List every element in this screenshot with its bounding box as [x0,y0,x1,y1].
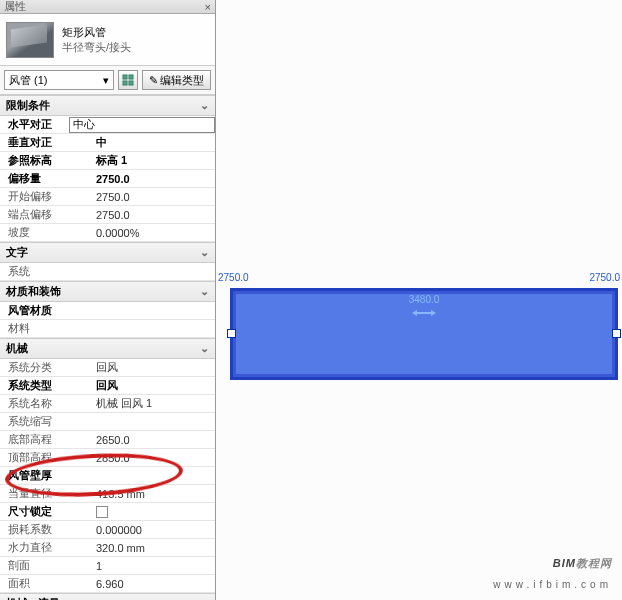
section-mech-flow[interactable]: 机械 - 流量⌄ [0,593,215,600]
edit-type-label: 编辑类型 [160,73,204,88]
dim-arrow-icon[interactable] [412,310,436,316]
row-offset[interactable]: 偏移量2750.0 [0,170,215,188]
row-sys-abbr[interactable]: 系统缩写 [0,413,215,431]
panel-header: 属性 × [0,0,215,14]
section-material[interactable]: 材质和装饰⌄ [0,281,215,302]
h-just-input[interactable] [69,117,215,133]
row-duct-wall[interactable]: 风管壁厚 [0,467,215,485]
watermark-url: www.ifbim.com [493,579,612,590]
dim-width[interactable]: 3480.0 [409,294,440,305]
properties-scroll[interactable]: 限制条件⌄ 水平对正 垂直对正中 参照标高标高 1 偏移量2750.0 开始偏移… [0,95,215,600]
row-v-just[interactable]: 垂直对正中 [0,134,215,152]
element-thumbnail [6,22,54,58]
row-size-lock[interactable]: 尺寸锁定 [0,503,215,521]
drawing-canvas[interactable]: 2750.0 2750.0 3480.0 BIM教程网 www.ifbim.co… [216,0,622,600]
close-icon[interactable]: × [205,1,211,13]
expand-icon: ⌄ [200,342,209,355]
row-sys-class[interactable]: 系统分类回风 [0,359,215,377]
row-slope[interactable]: 坡度0.0000% [0,224,215,242]
expand-icon: ⌄ [200,285,209,298]
svg-rect-3 [129,81,133,85]
row-material[interactable]: 材料 [0,320,215,338]
row-hyd-dia[interactable]: 水力直径320.0 mm [0,539,215,557]
row-area[interactable]: 面积6.960 [0,575,215,593]
row-start-offset[interactable]: 开始偏移2750.0 [0,188,215,206]
type-selector[interactable]: 风管 (1) ▾ [4,70,114,90]
svg-rect-0 [123,75,127,79]
filter-button[interactable] [118,70,138,90]
grip-right[interactable] [612,329,621,338]
row-end-offset[interactable]: 端点偏移2750.0 [0,206,215,224]
row-top-elev[interactable]: 顶部高程2850.0 [0,449,215,467]
row-h-just[interactable]: 水平对正 [0,116,215,134]
element-title: 矩形风管 半径弯头/接头 [62,25,131,54]
element-subtype: 半径弯头/接头 [62,40,131,54]
element-type: 矩形风管 [62,25,131,39]
row-sys-type[interactable]: 系统类型回风 [0,377,215,395]
row-sys-name[interactable]: 系统名称机械 回风 1 [0,395,215,413]
row-section[interactable]: 剖面1 [0,557,215,575]
section-text[interactable]: 文字⌄ [0,242,215,263]
row-duct-mat[interactable]: 风管材质 [0,302,215,320]
row-ref-level[interactable]: 参照标高标高 1 [0,152,215,170]
row-bottom-elev[interactable]: 底部高程2650.0 [0,431,215,449]
size-lock-checkbox[interactable] [96,506,108,518]
row-loss-coef[interactable]: 损耗系数0.000000 [0,521,215,539]
expand-icon: ⌄ [200,99,209,112]
dim-left[interactable]: 2750.0 [218,272,249,283]
svg-rect-2 [123,81,127,85]
type-selector-value: 风管 (1) [9,73,48,88]
row-system[interactable]: 系统 [0,263,215,281]
watermark-logo: BIM教程网 [553,542,612,574]
type-selector-row: 风管 (1) ▾ ✎ 编辑类型 [0,66,215,95]
edit-type-button[interactable]: ✎ 编辑类型 [142,70,211,90]
svg-rect-1 [129,75,133,79]
chevron-down-icon: ▾ [103,74,109,87]
panel-title: 属性 [4,0,26,14]
section-constraints[interactable]: 限制条件⌄ [0,95,215,116]
duct-element[interactable]: 3480.0 [230,288,618,380]
element-summary: 矩形风管 半径弯头/接头 [0,14,215,66]
row-equiv-dia[interactable]: 当量直径413.5 mm [0,485,215,503]
section-mechanical[interactable]: 机械⌄ [0,338,215,359]
expand-icon: ⌄ [200,246,209,259]
dim-right[interactable]: 2750.0 [589,272,620,283]
properties-panel: 属性 × 矩形风管 半径弯头/接头 风管 (1) ▾ ✎ 编辑类型 限制条件⌄ … [0,0,216,600]
edit-type-icon: ✎ [149,74,158,87]
grip-left[interactable] [227,329,236,338]
filter-icon [122,74,134,86]
